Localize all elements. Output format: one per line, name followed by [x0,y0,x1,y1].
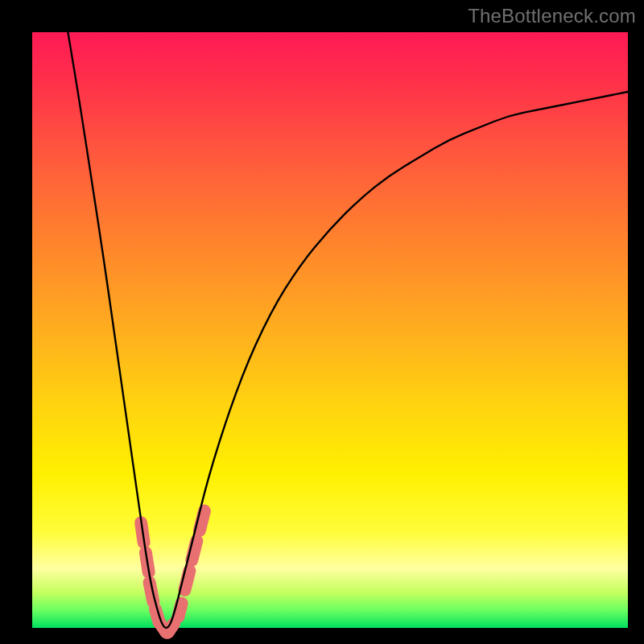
markers-group [134,503,212,642]
chart-frame: TheBottleneck.com [0,0,644,644]
plot-area [32,32,628,628]
bottleneck-curve [68,32,628,628]
curve-svg [32,32,628,628]
watermark-text: TheBottleneck.com [468,5,636,27]
curve-marker [171,596,190,625]
